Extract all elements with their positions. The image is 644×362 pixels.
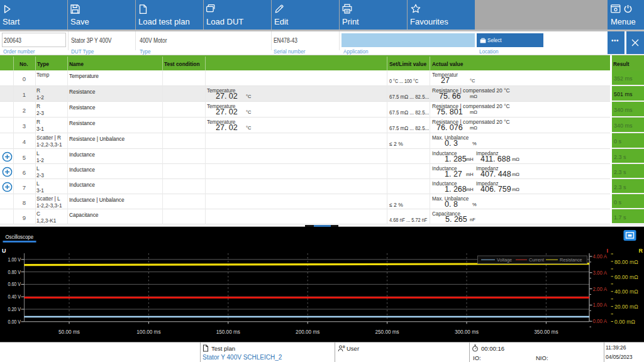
svg-text:0.80 V: 0.80 V — [8, 269, 21, 275]
svg-text:U: U — [2, 248, 6, 254]
svg-text:200.00 ms: 200.00 ms — [296, 329, 319, 335]
svg-text:0.40 V: 0.40 V — [8, 293, 21, 300]
svg-text:R: R — [639, 248, 643, 254]
svg-text:150.00 ms: 150.00 ms — [216, 329, 240, 335]
svg-text:0.00 V: 0.00 V — [8, 319, 21, 325]
svg-text:Oscilloscope: Oscilloscope — [6, 234, 34, 240]
svg-text:0.60 V: 0.60 V — [8, 281, 21, 287]
svg-text:300.00 ms: 300.00 ms — [455, 329, 479, 335]
svg-text:2.00 A: 2.00 A — [593, 286, 608, 292]
svg-text:R: R — [343, 345, 345, 349]
svg-text:4.00 A: 4.00 A — [593, 253, 608, 260]
svg-text:0.00 mΩ: 0.00 mΩ — [614, 319, 635, 325]
svg-text:50.00 ms: 50.00 ms — [58, 329, 80, 335]
svg-text:0.20 V: 0.20 V — [8, 306, 21, 312]
svg-text:100.00 ms: 100.00 ms — [136, 329, 160, 335]
svg-text:Voltage: Voltage — [497, 257, 512, 263]
svg-text:350.00 ms: 350.00 ms — [534, 329, 558, 335]
svg-text:Current: Current — [529, 257, 544, 263]
svg-text:1.00 A: 1.00 A — [593, 302, 608, 308]
svg-text:3.00 A: 3.00 A — [593, 270, 608, 276]
svg-text:80.00 mΩ: 80.00 mΩ — [614, 259, 638, 265]
svg-text:20.00 mΩ: 20.00 mΩ — [614, 304, 638, 310]
svg-text:250.00 ms: 250.00 ms — [375, 329, 399, 335]
svg-text:Resistance: Resistance — [560, 257, 582, 263]
svg-text:60.00 mΩ: 60.00 mΩ — [614, 274, 638, 280]
svg-text:1.00 V: 1.00 V — [8, 256, 21, 263]
svg-text:0.00 A: 0.00 A — [593, 318, 608, 324]
svg-text:40.00 mΩ: 40.00 mΩ — [614, 288, 638, 295]
